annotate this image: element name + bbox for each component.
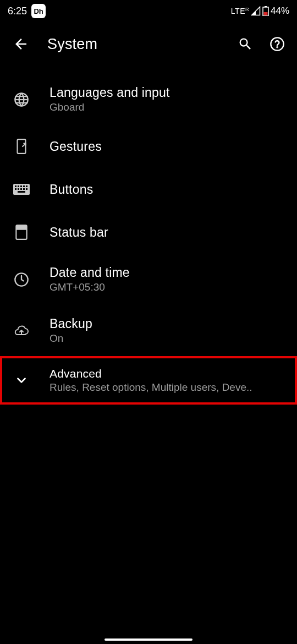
status-bar: 6:25 Dh LTER 44%: [0, 0, 297, 22]
status-left: 6:25 Dh: [8, 4, 46, 18]
globe-icon: [13, 91, 30, 108]
status-right: LTER 44%: [231, 6, 289, 17]
page-title: System: [47, 36, 220, 53]
setting-subtitle: On: [50, 332, 92, 345]
search-button[interactable]: [237, 35, 254, 53]
advanced-highlight: Advanced Rules, Reset options, Multiple …: [0, 356, 297, 405]
svg-rect-14: [23, 185, 25, 187]
cloud-upload-icon: [13, 323, 30, 339]
setting-languages-input[interactable]: Languages and input Gboard: [0, 74, 297, 125]
setting-subtitle: GMT+05:30: [50, 281, 130, 293]
svg-rect-23: [16, 226, 26, 229]
setting-subtitle: Gboard: [50, 101, 170, 113]
svg-rect-15: [26, 185, 28, 187]
svg-rect-11: [15, 185, 16, 187]
network-type: LTER: [231, 7, 249, 15]
search-icon: [238, 36, 253, 52]
setting-title: Languages and input: [50, 85, 170, 100]
settings-list: Languages and input Gboard Gestures: [0, 66, 297, 405]
help-icon: [270, 36, 285, 52]
notification-app-icon: Dh: [31, 4, 46, 18]
clock-icon: [13, 271, 30, 288]
navigation-handle[interactable]: [105, 638, 193, 641]
svg-rect-2: [263, 12, 267, 15]
setting-backup[interactable]: Backup On: [0, 305, 297, 356]
svg-rect-17: [18, 188, 19, 190]
svg-rect-13: [20, 185, 22, 187]
status-bar-icon: [13, 224, 30, 241]
help-button[interactable]: [268, 35, 286, 53]
status-time: 6:25: [8, 6, 27, 17]
svg-rect-18: [20, 188, 22, 190]
svg-rect-21: [18, 191, 25, 193]
svg-rect-12: [18, 185, 19, 187]
back-button[interactable]: [11, 34, 31, 54]
battery-icon: [262, 6, 269, 16]
setting-advanced[interactable]: Advanced Rules, Reset options, Multiple …: [2, 358, 295, 402]
setting-title: Backup: [50, 316, 92, 331]
setting-title: Date and time: [50, 265, 130, 280]
setting-date-time[interactable]: Date and time GMT+05:30: [0, 254, 297, 305]
setting-buttons[interactable]: Buttons: [0, 168, 297, 211]
setting-title: Advanced: [50, 367, 252, 380]
keyboard-icon: [13, 181, 30, 198]
setting-gestures[interactable]: Gestures: [0, 125, 297, 168]
svg-rect-20: [26, 188, 28, 190]
setting-title: Gestures: [50, 139, 102, 154]
app-bar: System: [0, 22, 297, 66]
setting-subtitle: Rules, Reset options, Multiple users, De…: [50, 381, 252, 394]
battery-percent: 44%: [271, 6, 289, 17]
gestures-icon: [13, 138, 30, 155]
signal-icon: [251, 6, 261, 16]
svg-rect-16: [15, 188, 16, 190]
svg-rect-19: [23, 188, 25, 190]
chevron-down-icon: [13, 372, 30, 389]
svg-point-4: [277, 47, 277, 47]
svg-point-3: [271, 37, 283, 50]
arrow-back-icon: [13, 36, 29, 52]
setting-title: Buttons: [50, 182, 93, 197]
svg-rect-9: [18, 139, 26, 154]
setting-title: Status bar: [50, 225, 108, 240]
setting-status-bar[interactable]: Status bar: [0, 211, 297, 254]
